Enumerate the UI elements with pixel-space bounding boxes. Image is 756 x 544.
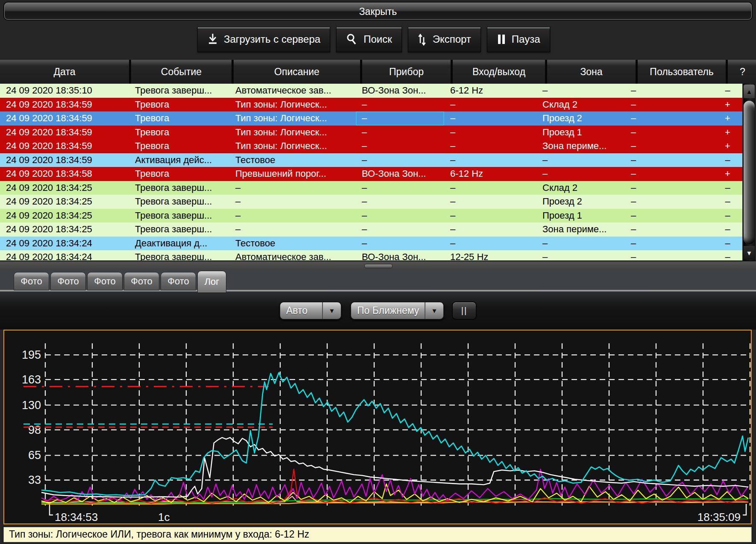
tab-foto-4[interactable]: Фото	[124, 272, 159, 290]
table-cell: 24 09 2020 18:34:58	[0, 167, 129, 181]
toolbar: Загрузить с сервера Поиск Экспорт	[197, 26, 550, 52]
mode-combobox[interactable]: По Ближнему ▼	[350, 301, 444, 320]
table-row[interactable]: 24 09 2020 18:34:25Тревога заверш...–––П…	[0, 209, 742, 223]
table-cell: –	[625, 167, 713, 181]
export-icon	[418, 33, 427, 46]
tab-log[interactable]: Лог	[197, 271, 226, 293]
column-header-6[interactable]: Зона	[547, 60, 636, 84]
table-cell: –	[625, 139, 713, 153]
button-label: Экспорт	[433, 33, 471, 45]
y-axis-tick-label: 65	[28, 449, 41, 462]
splitter[interactable]	[0, 260, 756, 270]
event-table-body: 24 09 2020 18:35:10Тревога заверш...Авто…	[0, 84, 742, 260]
scale-combobox[interactable]: Авто ▼	[279, 301, 342, 320]
table-cell: Деактивация д...	[129, 237, 229, 251]
table-cell: ВО-Зона Зон...	[356, 250, 444, 260]
table-cell: –	[625, 181, 713, 195]
table-cell: –	[536, 250, 625, 260]
scroll-up-button[interactable]: ▲	[744, 85, 755, 98]
table-row[interactable]: 24 09 2020 18:34:25Тревога заверш...–––З…	[0, 222, 742, 237]
table-row[interactable]: 24 09 2020 18:34:59ТревогаТип зоны: Логи…	[0, 98, 742, 112]
search-button[interactable]: Поиск	[336, 26, 402, 52]
column-header-7[interactable]: Пользователь	[638, 60, 726, 84]
column-header-4[interactable]: Прибор	[362, 60, 451, 84]
table-row[interactable]: 24 09 2020 18:34:25Тревога заверш...–––С…	[0, 181, 742, 195]
x-axis-end-label: 18:35:09	[697, 511, 741, 524]
table-cell: –	[536, 167, 625, 181]
table-cell: +	[713, 126, 742, 140]
table-cell: Проезд 1	[536, 209, 625, 223]
table-cell: 24 09 2020 18:34:24	[0, 237, 129, 251]
table-cell: –	[444, 98, 536, 112]
table-cell: –	[536, 237, 625, 251]
table-cell: –	[444, 209, 536, 223]
table-row[interactable]: 24 09 2020 18:34:59Активация дейс...Тест…	[0, 153, 742, 167]
table-row[interactable]: 24 09 2020 18:34:24Деактивация д...Тесто…	[0, 237, 742, 251]
table-cell: Проезд 2	[536, 195, 625, 209]
tab-foto-1[interactable]: Фото	[14, 272, 49, 290]
status-bar: Тип зоны: Логическое ИЛИ, тревога как ми…	[3, 527, 752, 542]
column-header-2[interactable]: Событие	[131, 60, 231, 84]
column-header-8[interactable]: ?	[728, 60, 756, 84]
pause-button[interactable]: Пауза	[487, 26, 550, 52]
table-row[interactable]: 24 09 2020 18:34:59ТревогаТип зоны: Логи…	[0, 111, 742, 126]
table-cell: +	[713, 98, 742, 112]
table-cell: 24 09 2020 18:34:59	[0, 139, 129, 153]
close-button[interactable]: Закрыть	[4, 3, 752, 20]
table-cell: –	[713, 153, 742, 167]
download-icon	[207, 33, 218, 46]
table-row[interactable]: 24 09 2020 18:34:59ТревогаТип зоны: Логи…	[0, 139, 742, 153]
button-label: Поиск	[363, 33, 392, 45]
x-axis-start-tick	[50, 504, 53, 515]
tab-foto-3[interactable]: Фото	[87, 272, 123, 290]
table-row[interactable]: 24 09 2020 18:34:25Тревога заверш...–––П…	[0, 195, 742, 209]
export-button[interactable]: Экспорт	[408, 26, 481, 52]
table-cell: Тревога заверш...	[129, 250, 229, 260]
table-cell: Тревога заверш...	[129, 84, 229, 98]
table-cell: +	[713, 167, 742, 181]
table-row[interactable]: 24 09 2020 18:34:58ТревогаПревышений пор…	[0, 167, 742, 181]
table-cell: 24 09 2020 18:34:59	[0, 153, 129, 167]
scroll-down-button[interactable]: ▼	[744, 246, 755, 260]
scrollbar-thumb[interactable]	[744, 101, 755, 244]
chevron-down-icon: ▼	[425, 302, 443, 319]
table-cell: Превышений порог...	[229, 167, 356, 181]
table-cell: –	[713, 250, 742, 260]
table-cell: Тестовое	[229, 153, 356, 167]
table-cell: –	[625, 153, 713, 167]
column-header-5[interactable]: Вход/выход	[453, 60, 545, 84]
series-channel-cyan	[41, 373, 748, 496]
table-cell: Тип зоны: Логическ...	[229, 98, 356, 112]
column-header-1[interactable]: Дата	[0, 60, 129, 84]
table-cell: Тревога	[129, 98, 229, 112]
table-cell: –	[356, 98, 444, 112]
table-cell: 24 09 2020 18:35:10	[0, 84, 129, 98]
column-header-3[interactable]: Описание	[234, 60, 360, 84]
pause-icon	[497, 33, 506, 45]
table-cell: –	[356, 181, 444, 195]
table-cell: 6-12 Hz	[444, 167, 536, 181]
table-cell: Зона периме...	[536, 139, 625, 153]
table-cell: Тревога заверш...	[129, 209, 229, 223]
chart-pause-button[interactable]: ||	[452, 301, 477, 320]
table-row[interactable]: 24 09 2020 18:34:24Тревога заверш...Авто…	[0, 250, 742, 260]
load-from-server-button[interactable]: Загрузить с сервера	[197, 26, 330, 52]
table-cell: Тестовое	[229, 237, 356, 251]
table-cell: –	[444, 237, 536, 251]
table-cell: Тревога	[129, 167, 229, 181]
table-cell: –	[625, 98, 713, 112]
combobox-value: По Ближнему	[351, 302, 425, 319]
table-cell: –	[625, 222, 713, 237]
table-row[interactable]: 24 09 2020 18:34:59ТревогаТип зоны: Логи…	[0, 126, 742, 140]
tab-foto-2[interactable]: Фото	[50, 272, 86, 290]
table-scrollbar[interactable]: ▲ ▼	[743, 84, 755, 260]
y-axis-tick-label: 163	[22, 373, 41, 386]
splitter-grip[interactable]	[364, 264, 393, 268]
table-cell: 24 09 2020 18:34:25	[0, 195, 129, 209]
tab-foto-5[interactable]: Фото	[161, 272, 196, 290]
table-cell: Активация дейс...	[129, 153, 229, 167]
table-cell: –	[356, 209, 444, 223]
table-row[interactable]: 24 09 2020 18:35:10Тревога заверш...Авто…	[0, 84, 742, 98]
table-cell: 24 09 2020 18:34:59	[0, 111, 129, 126]
table-cell: Тревога	[129, 126, 229, 140]
